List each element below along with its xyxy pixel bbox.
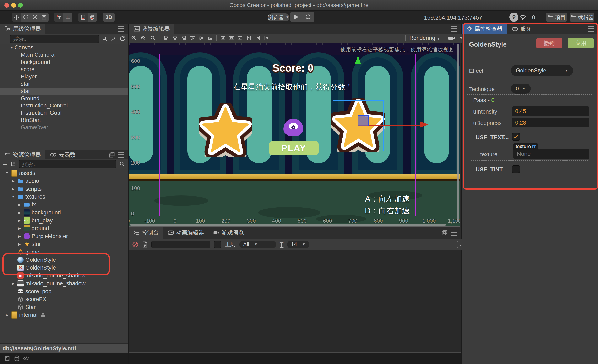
node-canvas[interactable]: ▼Canvas [0,44,128,51]
align-right-icon[interactable] [181,36,186,41]
console-log-area[interactable] [129,250,461,353]
uintensity-input[interactable]: 0.45 [512,106,590,116]
asset-star-texture[interactable]: ▶★star [0,240,128,248]
node-gameover[interactable]: GameOver [0,124,128,131]
preview-target-dropdown[interactable]: 浏览器 ▼ [268,14,290,21]
chevron-right-icon[interactable]: ▶ [17,211,22,215]
asset-mikado-bitmap-font[interactable]: Bfmikado_outline_shadow [0,272,128,280]
apply-button[interactable]: 应用 [568,38,594,48]
hierarchy-search-input[interactable] [10,35,99,43]
node-player[interactable]: Player [0,73,128,80]
gizmo-y-arrowhead[interactable] [355,56,361,64]
node-instruction-goal[interactable]: Instruction_Goal [0,109,128,117]
rotate-tool-button[interactable] [21,13,30,22]
maximize-window-button[interactable] [18,3,23,8]
asset-star-prefab[interactable]: Star [0,303,128,311]
asset-background-texture[interactable]: ▶background [0,209,128,217]
hierarchy-menu-icon[interactable] [118,26,124,32]
copy-panel-icon[interactable] [109,152,115,158]
star-sprite-left[interactable] [199,103,252,157]
distribute-middle-icon[interactable] [229,36,234,41]
zoom-in-icon[interactable] [131,35,137,41]
node-star-1[interactable]: star [0,80,128,88]
search-icon[interactable] [102,36,108,42]
asset-textures-folder[interactable]: ▼textures [0,193,128,201]
tab-animation-editor[interactable]: 动画编辑器 [163,226,209,239]
rect-tool-button[interactable] [40,13,49,22]
scene-viewport[interactable]: 使用鼠标右键平移视窗焦点，使用滚轮缩放视图 Score: 0 在星星消失前拾取他… [129,42,460,226]
chevron-down-icon[interactable]: ▼ [9,46,15,50]
close-window-button[interactable] [4,3,9,8]
node-star-2-selected[interactable]: star [0,88,128,95]
play-game-button[interactable]: PLAY [269,141,318,155]
asset-goldenstyle-shader[interactable]: SGoldenStyle [0,264,128,272]
asset-fx-folder[interactable]: ▶fx [0,201,128,209]
align-left-icon[interactable] [164,36,169,41]
distribute-center-icon[interactable] [255,36,260,41]
undo-button[interactable]: 撤销 [536,38,562,48]
tab-assets[interactable]: 资源管理器 [0,150,45,159]
chevron-right-icon[interactable]: ▶ [11,282,16,286]
tab-cloud-functions[interactable]: 云函数 [45,150,80,159]
chevron-right-icon[interactable]: ▶ [17,226,22,230]
tab-console[interactable]: 控制台 [129,226,163,239]
effect-dropdown[interactable]: GoldenStyle ▼ [511,65,573,76]
asset-game-scene[interactable]: game [0,248,128,256]
log-file-icon[interactable] [142,241,148,248]
help-button[interactable]: ? [509,13,518,22]
console-filter-input[interactable] [151,241,210,248]
asset-goldenstyle-material[interactable]: GoldenStyle [0,256,128,264]
zoom-out-icon[interactable] [141,35,146,41]
node-score[interactable]: score [0,66,128,73]
tab-scene-editor[interactable]: 场景编辑器 [129,24,174,34]
texture-value-input[interactable]: None [514,149,590,159]
add-asset-button[interactable]: + [3,161,7,168]
gizmo-xy-handle[interactable] [358,115,369,126]
chevron-right-icon[interactable]: ▶ [17,218,22,222]
distribute-right-icon[interactable] [264,36,269,41]
regex-checkbox[interactable] [214,241,221,248]
zoom-reset-icon[interactable] [150,35,156,41]
asset-purple-monster-texture[interactable]: ▶PurpleMonster [0,232,128,240]
gizmo-x-arrowhead[interactable] [420,121,428,128]
align-middle-v-icon[interactable] [199,36,204,41]
sort-icon[interactable] [10,161,16,167]
world-coordinate-button[interactable] [88,13,97,22]
asset-internal-root[interactable]: ▶internal [0,311,128,319]
tab-property-inspector[interactable]: 属性检查器 [462,24,507,34]
copy-panel-icon[interactable] [442,230,448,235]
asset-scorefx-prefab[interactable]: scoreFX [0,295,128,303]
asset-audio-folder[interactable]: ▶audio [0,177,128,185]
scene-menu-icon[interactable] [451,26,457,32]
node-instruction-control[interactable]: Instruction_Control [0,102,128,109]
chevron-down-icon[interactable]: ▼ [11,195,16,199]
asset-ground-texture[interactable]: ▶ground [0,224,128,232]
refresh-tree-icon[interactable] [119,36,125,42]
database-icon[interactable] [14,356,20,361]
asset-score-pop-anim[interactable]: score_pop [0,287,128,295]
align-bottom-icon[interactable] [208,36,212,41]
asset-btn-play-texture[interactable]: ▶PLAYbtn_play [0,217,128,224]
technique-dropdown[interactable]: 0 ▼ [511,84,531,94]
scale-tool-button[interactable] [30,13,40,22]
tab-hierarchy[interactable]: 层级管理器 [0,24,45,34]
local-coordinate-button[interactable] [78,13,88,22]
camera-icon[interactable] [448,36,456,41]
play-button[interactable] [294,14,298,20]
tab-game-preview[interactable]: 游戏预览 [209,226,249,239]
node-btnstart[interactable]: BtnStart [0,117,128,124]
chevron-right-icon[interactable]: ▶ [17,234,22,238]
add-node-button[interactable]: + [3,35,7,42]
pivot-anchor-button[interactable] [63,13,73,22]
use-texture-checkbox[interactable]: ✔ [512,133,520,141]
search-icon[interactable] [119,161,125,167]
minimize-window-button[interactable] [11,3,16,8]
chevron-right-icon[interactable]: ▶ [11,179,16,183]
align-center-h-icon[interactable] [173,36,178,41]
open-editor-button[interactable]: 编辑器 [570,13,594,22]
distribute-top-icon[interactable] [220,36,225,41]
texture-type-tag[interactable]: texture [514,143,538,150]
distribute-left-icon[interactable] [247,36,251,41]
align-top-icon[interactable] [190,36,195,41]
font-size-dropdown[interactable]: 14 ▼ [287,241,309,248]
